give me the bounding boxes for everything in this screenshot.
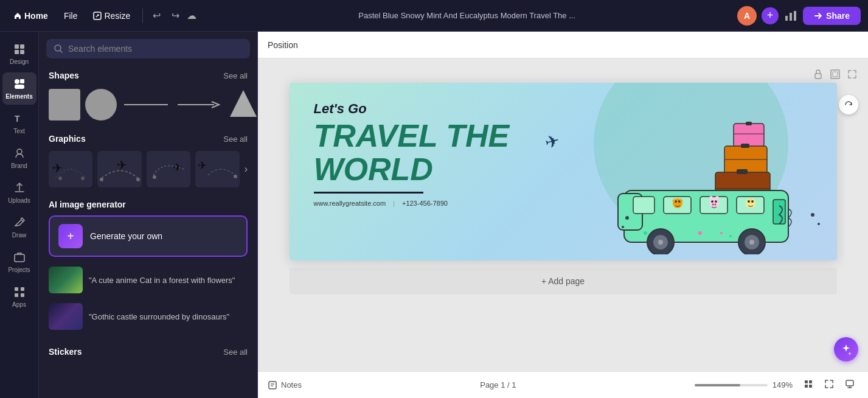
graphics-see-all[interactable]: See all [223, 134, 248, 144]
page-number: Page 1 / 1 [480, 380, 516, 389]
svg-rect-15 [21, 287, 24, 291]
graphic-item-4[interactable]: ✈ [195, 151, 239, 187]
fullscreen-icon [824, 379, 834, 389]
svg-rect-36 [746, 122, 752, 125]
sidebar-item-draw[interactable]: Draw [2, 211, 36, 243]
triangle-svg [229, 88, 258, 119]
svg-rect-10 [15, 85, 24, 89]
shape-arrow[interactable] [175, 99, 224, 111]
shape-circle[interactable] [85, 89, 117, 120]
svg-point-31 [234, 175, 237, 178]
travel-banner[interactable]: Let's Go TRAVEL THEWORLD www.reallygreat… [290, 83, 837, 260]
svg-rect-34 [833, 72, 838, 77]
graphic-item-3[interactable]: ✈ [147, 151, 190, 187]
bus-illustration [600, 120, 831, 254]
resize-button[interactable]: Resize [87, 7, 136, 24]
lock-icon[interactable] [812, 68, 824, 80]
add-page-button[interactable]: + Add page [290, 268, 837, 295]
shape-line[interactable] [122, 99, 170, 111]
canvas-scroll[interactable]: Let's Go TRAVEL THEWORLD www.reallygreat… [258, 58, 868, 371]
ai-section-title: AI image generator [49, 200, 248, 209]
svg-point-29 [153, 175, 156, 179]
crop-icon[interactable] [829, 68, 841, 80]
ai-thumb-2 [49, 303, 83, 330]
graphics-chevron[interactable]: › [245, 164, 248, 175]
svg-text:✈: ✈ [198, 159, 207, 172]
graphic-item-2[interactable]: ✈ [97, 151, 141, 187]
uploads-label: Uploads [8, 197, 30, 204]
present-button[interactable] [841, 377, 858, 393]
generate-icon: + [58, 224, 83, 248]
banner-text-area: Let's Go TRAVEL THEWORLD www.reallygreat… [314, 101, 510, 207]
svg-rect-35 [734, 124, 764, 147]
sidebar-item-elements[interactable]: Elements [2, 72, 36, 105]
sidebar-item-projects[interactable]: Projects [2, 246, 36, 278]
graphic-plane-2: ✈ [99, 154, 141, 184]
ai-suggestion-1[interactable]: "A cute anime Cat in a forest with flowe… [49, 262, 248, 298]
draw-icon [13, 216, 26, 229]
apps-icon [13, 285, 26, 299]
analytics-icon [783, 9, 798, 23]
elements-label: Elements [5, 93, 32, 100]
redo-button[interactable]: ↪ [168, 6, 183, 25]
present-icon [845, 379, 855, 389]
zoom-level: 149% [773, 380, 793, 389]
share-button[interactable]: Share [803, 7, 861, 25]
svg-point-73 [644, 231, 647, 235]
graphic-item-1[interactable]: ✈ [49, 151, 92, 187]
notes-button[interactable]: Notes [268, 380, 302, 390]
sidebar-item-text[interactable]: T Text [2, 107, 36, 139]
rotate-handle[interactable] [839, 95, 858, 114]
design-icon [13, 43, 26, 56]
shape-square[interactable] [49, 89, 80, 120]
stickers-see-all[interactable]: See all [223, 347, 248, 357]
shapes-see-all[interactable]: See all [223, 71, 248, 80]
svg-rect-13 [15, 254, 24, 262]
projects-label: Projects [8, 267, 30, 273]
home-button[interactable]: Home [7, 7, 54, 24]
zoom-slider[interactable] [695, 384, 768, 386]
svg-rect-7 [20, 50, 24, 54]
svg-point-24 [81, 176, 85, 180]
expand-icon[interactable] [846, 68, 858, 80]
notes-icon [268, 380, 277, 390]
svg-rect-6 [15, 50, 19, 54]
svg-point-77 [625, 216, 629, 220]
undo-button[interactable]: ↩ [149, 6, 164, 25]
resize-icon [93, 12, 102, 20]
fullscreen-button[interactable] [821, 377, 838, 393]
grid-view-button[interactable] [800, 377, 817, 393]
sidebar-item-uploads[interactable]: Uploads [2, 176, 36, 209]
sidebar-item-brand[interactable]: Brand [2, 142, 36, 174]
zoom-controls: 149% [695, 380, 793, 389]
topbar-right: A + Share [737, 6, 861, 26]
generate-button[interactable]: + Generate your own [49, 215, 248, 257]
add-page-label: + Add page [541, 276, 585, 286]
text-label: Text [13, 128, 24, 134]
ai-caption-1: "A cute anime Cat in a forest with flowe… [89, 276, 235, 285]
add-user-button[interactable]: + [762, 7, 779, 24]
user-avatar[interactable]: A [737, 6, 757, 26]
graphics-row: ✈ ✈ ✈ [39, 147, 257, 195]
magic-button[interactable] [834, 337, 858, 361]
svg-text:✈: ✈ [173, 161, 182, 173]
projects-icon [13, 251, 26, 264]
sidebar-item-design[interactable]: Design [2, 38, 36, 70]
graphic-plane-3: ✈ [147, 154, 190, 184]
topbar-center: Pastel Blue Snowy Mint And Eucalyptus Mo… [201, 11, 732, 20]
shape-triangle[interactable] [229, 88, 258, 122]
svg-point-8 [15, 79, 19, 84]
home-label: Home [24, 11, 48, 21]
ai-suggestion-2[interactable]: "Gothic castle surrounded by dinosaurs" [49, 298, 248, 335]
svg-rect-88 [846, 380, 853, 386]
svg-point-76 [729, 235, 732, 237]
file-button[interactable]: File [58, 7, 84, 24]
search-input[interactable] [68, 44, 243, 54]
svg-point-62 [709, 196, 713, 201]
sidebar-item-apps[interactable]: Apps [2, 281, 36, 313]
search-bar [46, 39, 250, 58]
banner-travel-world: TRAVEL THEWORLD [314, 119, 510, 186]
shapes-title: Shapes [49, 71, 79, 80]
svg-rect-16 [15, 293, 18, 297]
elements-icon [13, 77, 26, 91]
